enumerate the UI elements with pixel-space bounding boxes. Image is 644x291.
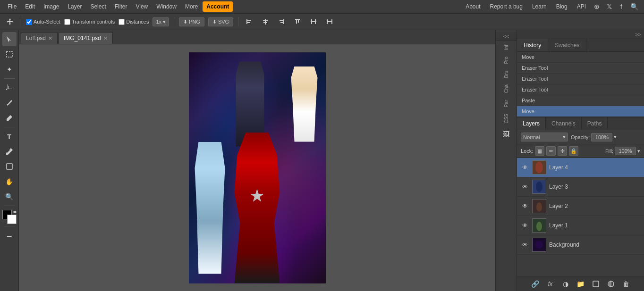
opacity-dropdown-arrow[interactable]: ▾ [614,134,617,140]
lock-transparent-btn[interactable]: ▦ [535,146,544,156]
layer-item-3[interactable]: 👁 Layer 3 [517,177,644,197]
panel-expand-arrows: >> [517,30,644,39]
marquee-tool[interactable] [2,47,17,61]
tab-history[interactable]: History [517,39,548,51]
shape-tool[interactable] [2,159,17,174]
history-item-move1[interactable]: Move [517,52,644,63]
auto-select-checkbox[interactable]: Auto-Select [26,19,60,25]
search-icon[interactable]: 🔍 [628,1,640,12]
layer-item-2[interactable]: 👁 Layer 2 [517,197,644,216]
transform-checkbox[interactable]: Transform controls [64,19,115,25]
blend-mode-dropdown[interactable]: Normal ▾ [521,133,568,141]
extra-tool[interactable]: ▬ [2,228,17,242]
shortcut-css[interactable]: CSS [502,111,511,126]
menu-view[interactable]: View [132,1,152,12]
reddit-icon[interactable]: ⊕ [592,1,602,12]
layer-2-visibility[interactable]: 👁 [521,202,529,210]
layer-item-bg[interactable]: 👁 Background [517,235,644,255]
eraser-tool[interactable] [2,111,17,125]
menu-report-bug[interactable]: Report a bug [486,1,526,12]
menu-api[interactable]: API [573,1,590,12]
history-item-paste[interactable]: Paste [517,95,644,106]
panel-expand-right[interactable]: >> [635,32,641,37]
fill-dropdown-arrow[interactable]: ▾ [637,148,640,154]
tab-channels[interactable]: Channels [546,117,582,130]
folder-btn[interactable]: 📁 [575,278,586,290]
menu-account[interactable]: Account [203,1,233,12]
shortcut-inf[interactable]: Inf [502,42,511,53]
menu-about[interactable]: About [462,1,484,12]
menu-layer[interactable]: Layer [64,1,85,12]
menu-edit[interactable]: Edit [21,1,39,12]
menu-learn[interactable]: Learn [528,1,551,12]
tab-img0141[interactable]: IMG_0141.psd ✕ [59,32,113,44]
hand-tool[interactable]: ✋ [2,175,17,189]
layer-item-1[interactable]: 👁 Layer 1 [517,216,644,235]
layer-1-visibility[interactable]: 👁 [521,221,529,230]
figure-central [229,133,286,283]
multiplier-btn[interactable]: 1x ▾ [153,17,169,26]
lock-pixels-btn[interactable]: ✏ [546,146,556,156]
menu-select[interactable]: Select [86,1,110,12]
swap-colors-icon[interactable]: ⇄ [13,210,17,214]
facebook-icon[interactable]: f [616,1,627,12]
move-tool-icon[interactable] [4,16,16,28]
tab-close-img0141[interactable]: ✕ [103,35,108,42]
layer-3-visibility[interactable]: 👁 [521,183,529,191]
select-tool[interactable] [2,32,17,46]
history-item-eraser1[interactable]: Eraser Tool [517,63,644,74]
menu-file[interactable]: File [4,1,20,12]
link-layers-btn[interactable]: 🔗 [530,278,541,290]
align-left-btn[interactable] [243,16,255,28]
magic-wand-tool[interactable]: ✦ [2,62,17,76]
color-swatch[interactable]: ⇄ [2,210,17,224]
text-tool[interactable]: T [2,129,17,143]
distances-checkbox[interactable]: Distances [119,19,149,25]
pen-tool[interactable] [2,144,17,158]
menu-window[interactable]: Window [153,1,180,12]
twitter-icon[interactable]: 𝕏 [604,1,614,12]
align-top-btn[interactable] [291,16,304,28]
tab-layers[interactable]: Layers [517,117,546,130]
shortcut-pro[interactable]: Pro [502,54,511,67]
shortcut-img[interactable]: 🖼 [500,127,513,141]
fill-value[interactable]: 100% [615,147,636,155]
adjustment-btn[interactable]: ◑ [560,278,571,290]
history-item-eraser2[interactable]: Eraser Tool [517,74,644,84]
panel-collapse-left[interactable]: << [503,33,509,39]
zoom-tool[interactable]: 🔍 [2,190,17,204]
tab-swatches[interactable]: Swatches [548,39,586,51]
svg-download-btn[interactable]: ⬇ SVG [208,17,233,26]
layer-4-visibility[interactable]: 👁 [521,163,529,172]
crop-tool[interactable] [2,81,17,95]
brush-tool[interactable] [2,96,17,110]
history-item-eraser3[interactable]: Eraser Tool [517,84,644,95]
shortcut-par[interactable]: Par [502,97,511,110]
mask-btn[interactable] [605,278,617,290]
opacity-value[interactable]: 100% [591,133,612,141]
history-item-move2[interactable]: Move [517,106,644,117]
shortcut-bru[interactable]: Bru [502,68,511,81]
side-shortcuts: << Inf Pro Bru Cha Par CSS 🖼 [495,30,517,291]
shortcut-cha[interactable]: Cha [502,82,511,96]
delete-layer-btn[interactable]: 🗑 [620,278,632,290]
align-center-btn[interactable] [259,16,271,28]
spacing-btn[interactable] [323,16,336,28]
layer-item-4[interactable]: 👁 Layer 4 [517,158,644,177]
background-color[interactable] [7,215,17,224]
png-download-btn[interactable]: ⬇ PNG [179,17,204,26]
tab-paths[interactable]: Paths [582,117,608,130]
new-layer-btn[interactable] [590,278,602,290]
fx-btn[interactable]: fx [545,278,556,290]
distribute-btn[interactable] [307,16,320,28]
lock-position-btn[interactable]: ✛ [558,146,567,156]
tab-lot[interactable]: LoT.psd ✕ [21,32,58,44]
menu-more[interactable]: More [181,1,202,12]
menu-blog[interactable]: Blog [552,1,571,12]
menu-image[interactable]: Image [40,1,63,12]
layer-bg-visibility[interactable]: 👁 [521,241,529,249]
tab-close-lot[interactable]: ✕ [48,35,52,42]
lock-all-btn[interactable]: 🔒 [569,146,578,156]
align-right-btn[interactable] [275,16,288,28]
menu-filter[interactable]: Filter [111,1,131,12]
